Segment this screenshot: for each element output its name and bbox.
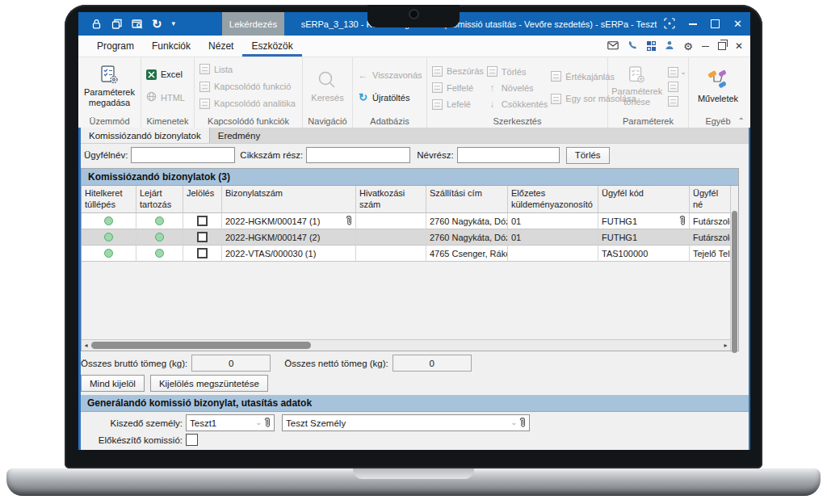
scroll-right-arrow[interactable]: ▸ — [721, 340, 730, 350]
attachment-paperclip-icon[interactable] — [264, 418, 271, 428]
user-icon[interactable] — [665, 40, 674, 52]
copy-layers-icon[interactable] — [111, 18, 123, 30]
credit-ok-indicator — [104, 233, 113, 242]
ribbon-item-label: HTML — [161, 93, 185, 103]
menu-nezet[interactable]: Nézet — [199, 36, 242, 57]
cell-hivatkozasi — [356, 246, 426, 262]
csokkentes-button[interactable]: ↓Csökkentés — [487, 99, 548, 109]
horizontal-scrollbar[interactable]: ◂ ▸ — [82, 339, 730, 351]
row-checkbox[interactable] — [197, 232, 208, 242]
attachment-paperclip-icon[interactable] — [519, 418, 526, 428]
col-jeloles[interactable]: Jelölés — [183, 186, 222, 213]
mail-icon[interactable] — [607, 41, 619, 52]
table-row[interactable]: 2022-HGKM/000147 (1) 2760 Nagykáta, Dózs… — [82, 213, 730, 229]
checklist-delete-icon — [628, 65, 646, 84]
ribbon-group-parameterek: Paraméterek törlése ⌄ Paraméterek — [608, 57, 689, 128]
gear-icon[interactable]: ⚙ — [683, 41, 693, 52]
search-icon — [317, 69, 338, 90]
grid-empty-area — [82, 262, 730, 339]
mind-kijelol-button[interactable]: Mind kijelöl — [81, 375, 145, 392]
table-row[interactable]: 2022-VTAS/000030 (1) 4765 Csenger, Rákóc… — [82, 246, 730, 262]
content-area: Komissiózandó bizonylatok Eredmény Ügyfé… — [78, 128, 750, 450]
chevron-down-icon[interactable]: ⌄ — [680, 69, 686, 76]
cell-ugyfelnev: Futárszolg — [690, 229, 730, 246]
caret-down-icon[interactable]: ▾ — [172, 20, 176, 27]
col-lejart[interactable]: Lejárt tartozás — [136, 186, 183, 213]
parameterek-torlese-button[interactable]: Paraméterek törlése — [610, 64, 664, 109]
vertical-scroll-thumb[interactable] — [732, 211, 737, 353]
col-bizonylatszam[interactable]: Bizonylatszám — [222, 186, 356, 213]
menu-program[interactable]: Program — [88, 36, 143, 57]
horizontal-scroll-thumb[interactable] — [91, 342, 311, 349]
chevron-down-icon[interactable]: ⌄ — [255, 419, 262, 426]
col-ugyfelkod[interactable]: Ügyfél kód — [598, 186, 690, 213]
attachment-paperclip-icon[interactable] — [679, 216, 686, 226]
phone-icon[interactable] — [628, 40, 638, 52]
menu-eszkozok[interactable]: Eszközök — [242, 36, 301, 57]
document-minimize-button[interactable] — [702, 46, 709, 47]
tab-eredmeny[interactable]: Eredmény — [210, 128, 268, 143]
lock-icon[interactable] — [90, 18, 103, 30]
ujratoltes-button[interactable]: ↻Újratöltés — [358, 92, 409, 103]
mode-tab-lekerdezes[interactable]: Lekérdezés — [222, 12, 284, 36]
col-hitelkeret[interactable]: Hitelkeret túllépés — [82, 186, 136, 213]
document-restore-button[interactable] — [718, 42, 726, 50]
document-close-button[interactable]: ✕ — [735, 41, 743, 51]
col-elozetes[interactable]: Előzetes küldeményazonosító — [508, 186, 598, 213]
chevron-down-icon[interactable]: ⌄ — [510, 419, 517, 426]
ribbon-group-kimenetek: Excel HTML Kimenetek — [141, 57, 195, 128]
attachment-paperclip-icon[interactable] — [346, 216, 352, 226]
scroll-left-arrow[interactable]: ◂ — [82, 340, 90, 350]
tab-komissiozando-bizonylatok[interactable]: Komissiózandó bizonylatok — [81, 128, 210, 143]
kereses-button[interactable]: Keresés — [309, 68, 345, 105]
minimize-button[interactable] — [689, 23, 697, 25]
html-button[interactable]: HTML — [146, 91, 185, 103]
ugyfelnev-input[interactable] — [131, 147, 235, 163]
close-button[interactable]: ✕ — [733, 19, 742, 29]
ribbon-item-label: Beszúrás — [447, 66, 484, 76]
reload-icon: ↻ — [358, 92, 368, 103]
kijeloles-megszuntetese-button[interactable]: Kijelölés megszüntetése — [150, 375, 268, 392]
param-settings-icon[interactable] — [668, 96, 678, 107]
noveles-button[interactable]: ↑Növelés — [487, 83, 548, 93]
table-row[interactable]: 2022-HGKM/000147 (2) 2760 Nagykáta, Dózs… — [82, 229, 730, 246]
param-save-icon[interactable] — [668, 67, 678, 78]
kapcsolodo-analitika-button[interactable]: Kapcsolódó analitika — [199, 99, 296, 109]
felfele-button[interactable]: Felfelé — [432, 82, 484, 93]
cell-szallitasi: 2760 Nagykáta, Dózsa — [426, 229, 508, 246]
excel-button[interactable]: Excel — [146, 69, 183, 80]
beszuras-button[interactable]: Beszúrás — [432, 66, 484, 77]
col-ugyfelnev[interactable]: Ügyfél né — [690, 186, 730, 213]
muveletek-button[interactable]: Műveletek — [696, 68, 740, 106]
ribbon-collapse-button[interactable]: ⌃ — [738, 116, 745, 125]
row-checkbox[interactable] — [197, 216, 208, 226]
refresh-icon[interactable]: ↻ — [152, 18, 162, 30]
ugyfelnev-label: Ügyfélnév: — [84, 150, 128, 160]
kiszedo-code-combobox[interactable]: Teszt1 ⌄ — [186, 414, 275, 431]
focus-mode-icon[interactable] — [664, 18, 675, 31]
menu-funkciok[interactable]: Funkciók — [143, 36, 199, 57]
visszavonas-button[interactable]: ←Visszavonás — [358, 70, 422, 80]
lefele-button[interactable]: Lefelé — [432, 99, 484, 110]
col-szallitasi[interactable]: Szállítási cím — [426, 186, 508, 213]
cell-bizonylatszam: 2022-HGKM/000147 (1) — [225, 216, 320, 226]
elokeszito-checkbox[interactable] — [186, 434, 198, 446]
maximize-button[interactable] — [711, 19, 720, 28]
ribbon-item-label: Paraméterek törlése — [611, 86, 662, 107]
torles-button[interactable]: Törlés — [566, 147, 610, 164]
lista-button[interactable]: Lista — [199, 64, 233, 74]
parameterek-megadasa-button[interactable]: Paraméterek megadása — [78, 63, 141, 110]
kapcsolodo-funkcio-button[interactable]: Kapcsolódó funkció — [199, 82, 291, 92]
cikkszam-input[interactable] — [306, 147, 410, 163]
cell-bizonylatszam: 2022-HGKM/000147 (2) — [222, 229, 356, 246]
nevresz-input[interactable] — [457, 147, 560, 163]
window-search-icon[interactable] — [131, 18, 144, 30]
col-hivatkozasi[interactable]: Hivatkozási szám — [356, 186, 426, 213]
kiszedo-name-combobox[interactable]: Teszt Személy ⌄ — [282, 414, 530, 431]
torles-button[interactable]: Törlés — [487, 66, 548, 77]
vertical-scrollbar[interactable] — [730, 186, 738, 351]
apps-grid-icon[interactable] — [647, 41, 657, 51]
row-checkbox[interactable] — [197, 248, 208, 258]
param-load-icon[interactable] — [668, 82, 678, 92]
operations-flowchart-icon — [707, 69, 728, 91]
